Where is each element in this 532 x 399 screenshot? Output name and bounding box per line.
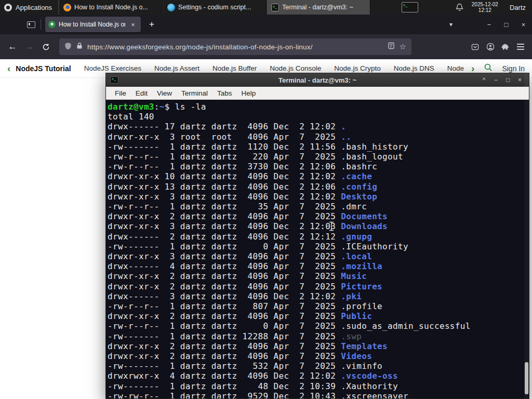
file-meta: -rw------- 1 dartz dartz 1120 Dec 2 11:5…	[108, 142, 341, 152]
taskbar-window-firefox[interactable]: How to Install Node.js o...	[59, 0, 163, 15]
clock-date: 2025-12-02	[472, 2, 498, 8]
file-name: Music	[341, 271, 367, 281]
account-icon[interactable]	[483, 39, 498, 55]
site-nav-link[interactable]: Node.js Buffer	[212, 64, 257, 72]
file-meta: drwx------ 4 dartz dartz 4096 Apr 7 2025	[108, 261, 341, 271]
terminal-menu-help[interactable]: Help	[237, 89, 261, 97]
tab-close-icon[interactable]: ×	[128, 21, 138, 29]
tab-separator	[41, 19, 41, 30]
terminal-line: drwxr-xr-x 2 dartz dartz 4096 Apr 7 2025…	[108, 311, 529, 321]
terminal-line: -rw-r--r-- 1 dartz dartz 35 Apr 7 2025 .…	[108, 202, 529, 211]
applications-menu-button[interactable]: Applications	[0, 0, 58, 15]
terminal-line: drwxr-xr-x 2 dartz dartz 4096 Apr 7 2025…	[108, 282, 529, 291]
file-name: .	[341, 122, 346, 131]
site-nav-link[interactable]: NodeJS Tutorial	[16, 64, 71, 73]
reader-mode-icon[interactable]	[388, 42, 395, 51]
file-meta: drwx------ 3 dartz dartz 4096 Dec 2 12:0…	[108, 291, 341, 301]
file-name: .cache	[341, 171, 372, 181]
nav-scroll-left-icon[interactable]: ‹	[7, 63, 10, 73]
url-bar[interactable]: https://www.geeksforgeeks.org/node-js/in…	[59, 38, 411, 55]
nav-scroll-right-icon[interactable]: ›	[471, 63, 474, 73]
file-meta: drwxr-xr-x 10 dartz dartz 4096 Dec 2 12:…	[108, 171, 341, 181]
browser-tab-bar: How to Install Node.js on × + ▾ − □ ×	[0, 15, 532, 34]
site-nav-link[interactable]: Node.js Console	[270, 64, 321, 72]
terminal-maximize-button[interactable]: □	[503, 75, 513, 85]
browser-tab[interactable]: How to Install Node.js on ×	[45, 17, 141, 32]
file-meta: drwxr-xr-x 2 dartz dartz 4096 Apr 7 2025	[108, 351, 341, 361]
reload-button[interactable]	[37, 38, 54, 55]
browser-minimize-button[interactable]: −	[481, 15, 498, 34]
pocket-icon[interactable]	[468, 39, 483, 55]
file-name: Pictures	[341, 282, 382, 291]
terminal-scrollbar-thumb[interactable]	[525, 362, 528, 394]
terminal-command: ls -la	[175, 102, 206, 112]
site-nav-link[interactable]: NodeJS Exercises	[84, 64, 141, 72]
file-name: Desktop	[341, 192, 377, 202]
terminal-close-button[interactable]: ×	[515, 75, 525, 85]
file-name: .xscreensaver	[341, 391, 408, 398]
file-name: Videos	[341, 351, 372, 361]
file-meta: drwxr-xr-x 13 dartz dartz 4096 Dec 2 12:…	[108, 182, 341, 192]
notification-bell-icon[interactable]	[456, 3, 463, 11]
back-button[interactable]: ←	[4, 38, 21, 55]
terminal-line: -rw------- 1 dartz dartz 532 Apr 7 2025 …	[108, 361, 529, 371]
browser-maximize-button[interactable]: □	[498, 15, 515, 34]
lock-icon[interactable]	[76, 42, 83, 51]
tray-terminal-icon[interactable]	[402, 2, 418, 12]
terminal-line: -rw-rw-r-- 1 dartz dartz 9529 Dec 2 10:4…	[108, 391, 529, 398]
file-meta: drwxr-xr-x 2 dartz dartz 4096 Apr 7 2025	[108, 211, 341, 221]
terminal-menubar: FileEditViewTerminalTabsHelp	[106, 87, 529, 100]
file-meta: drwxr-xr-x 2 dartz dartz 4096 Apr 7 2025	[108, 282, 341, 291]
terminal-scrollbar[interactable]	[524, 73, 529, 398]
terminal-menu-tabs[interactable]: Tabs	[212, 89, 237, 97]
terminal-total-line: total 140	[108, 112, 529, 122]
bookmark-star-icon[interactable]: ☆	[400, 42, 406, 51]
terminal-menu-view[interactable]: View	[152, 89, 177, 97]
url-input[interactable]: https://www.geeksforgeeks.org/node-js/in…	[87, 43, 383, 51]
firefox-view-icon[interactable]	[25, 19, 37, 30]
terminal-minimize-button[interactable]: −	[491, 75, 501, 85]
terminal-output[interactable]: dartz@vm3:~$ ls -la total 140 drwx------…	[106, 100, 529, 398]
file-meta: drwxr-xr-x 3 dartz dartz 4096 Dec 2 12:0…	[108, 221, 341, 231]
tracking-protection-shield-icon[interactable]	[64, 42, 72, 52]
site-nav-link[interactable]: Node.js Assert	[154, 64, 200, 72]
new-tab-button[interactable]: +	[145, 18, 158, 31]
extensions-icon[interactable]	[498, 39, 513, 55]
taskbar: How to Install Node.js o...Settings - co…	[59, 0, 370, 15]
terminal-titlebar[interactable]: Terminal - dartz@vm3: ~ ^ − □ ×	[106, 73, 529, 87]
file-meta: drwxrwxr-x 4 dartz dartz 4096 Dec 2 12:0…	[108, 371, 341, 381]
forward-button[interactable]: →	[21, 38, 37, 55]
prompt-path: ~	[159, 102, 165, 112]
file-name: .bashrc	[341, 162, 377, 171]
terminal-line: drwxrwxr-x 4 dartz dartz 4096 Dec 2 12:0…	[108, 371, 529, 381]
terminal-menu-terminal[interactable]: Terminal	[177, 89, 212, 97]
list-all-tabs-icon[interactable]: ▾	[444, 21, 458, 28]
file-meta: drwxr-xr-x 2 dartz dartz 4096 Apr 7 2025	[108, 311, 341, 321]
file-meta: -rw------- 1 dartz dartz 12288 Apr 7 202…	[108, 331, 341, 341]
codium-icon	[167, 4, 175, 11]
file-name: ..	[341, 132, 351, 142]
terminal-line: drwx------ 3 dartz dartz 4096 Dec 2 12:0…	[108, 291, 529, 301]
file-name: Downloads	[341, 221, 388, 231]
terminal-line: -rw------- 1 dartz dartz 0 Apr 7 2025 .I…	[108, 242, 529, 251]
site-nav-links: NodeJS TutorialNodeJS ExercisesNode.js A…	[14, 64, 466, 73]
sign-in-button[interactable]: Sign In	[502, 64, 525, 73]
site-nav-link[interactable]: Node.js Crypto	[334, 64, 380, 72]
taskbar-window-terminal[interactable]: Terminal - dartz@vm3: ~	[267, 0, 370, 15]
taskbar-window-codium[interactable]: Settings - codium script...	[163, 0, 267, 15]
menu-hamburger-icon[interactable]	[513, 39, 528, 55]
file-meta: -rw-rw-r-- 1 dartz dartz 9529 Dec 2 10:4…	[108, 391, 341, 398]
browser-close-button[interactable]: ×	[515, 15, 532, 34]
site-nav-link[interactable]: Node.js DNS	[394, 64, 434, 72]
site-search-icon[interactable]	[484, 63, 493, 74]
site-nav-link[interactable]: Node	[447, 64, 464, 72]
file-name: Documents	[341, 211, 388, 221]
terminal-icon	[271, 4, 279, 11]
terminal-menu-file[interactable]: File	[110, 89, 131, 97]
terminal-shade-button[interactable]: ^	[479, 75, 489, 85]
file-meta: -rw-r--r-- 1 dartz dartz 35 Apr 7 2025	[108, 202, 341, 211]
desktop-panel: Applications How to Install Node.js o...…	[0, 0, 532, 15]
firefox-icon	[63, 4, 71, 11]
file-name: .mozilla	[341, 261, 382, 271]
terminal-menu-edit[interactable]: Edit	[131, 89, 152, 97]
